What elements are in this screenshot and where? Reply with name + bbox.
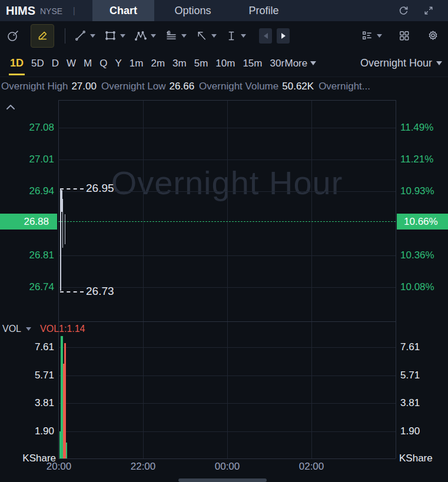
- rectangle-tool-icon[interactable]: [104, 29, 125, 42]
- tab-profile-label: Profile: [248, 5, 278, 17]
- chevron-down-icon: [211, 34, 217, 38]
- timeframe-w[interactable]: W: [67, 58, 76, 69]
- chevron-down-icon: [310, 61, 316, 65]
- chevron-down-icon: [151, 34, 156, 38]
- chevron-down-icon: [26, 327, 31, 331]
- timeframe-15m[interactable]: 15m: [243, 58, 262, 69]
- tab-profile[interactable]: Profile: [231, 0, 296, 21]
- horizontal-gridline: [58, 255, 396, 256]
- tab-options[interactable]: Options: [154, 0, 231, 21]
- volume-axis-label: 5.71: [0, 370, 54, 381]
- interval-label: Overnight Hour: [360, 57, 432, 69]
- volume-axis-label: 7.61: [400, 341, 420, 353]
- candle-wick: [65, 214, 66, 244]
- info-label: Overnight Volume: [199, 81, 278, 92]
- price-axis-label: 27.08: [0, 122, 54, 134]
- trading-app-window: Overnight Hour27.0811.49%27.0111.21%26.9…: [0, 0, 448, 482]
- toolbar-divider: [65, 28, 65, 44]
- timeframe-30m[interactable]: 30m: [270, 58, 284, 69]
- draw-pencil-icon[interactable]: [31, 24, 54, 48]
- text-tool-icon[interactable]: [225, 29, 246, 42]
- chevron-down-icon: [377, 34, 382, 38]
- timeframe-5m[interactable]: 5m: [194, 58, 208, 69]
- last-price-line: [58, 221, 396, 222]
- last-change-badge: 10.66%: [397, 214, 448, 230]
- redo-drawing-button[interactable]: [277, 28, 290, 44]
- timeframe-y[interactable]: Y: [115, 58, 121, 69]
- timeframe-5d[interactable]: 5D: [31, 58, 44, 69]
- info-value: 26.66: [170, 81, 195, 92]
- pane-border: [58, 321, 396, 322]
- volume-bar: [66, 443, 68, 458]
- volume-axis-label: 7.61: [0, 341, 54, 353]
- chevron-down-icon: [241, 34, 246, 38]
- vol-dropdown[interactable]: VOL: [2, 324, 31, 334]
- chart-scrollbar-thumb[interactable]: [178, 478, 267, 482]
- price-axis-label: 26.74: [0, 281, 54, 293]
- ticker-symbol: HIMS: [6, 4, 35, 18]
- timeframe-m[interactable]: M: [84, 58, 92, 69]
- chevron-down-icon: [120, 34, 125, 38]
- percent-axis-label: 10.08%: [400, 281, 434, 293]
- percent-axis-label: 11.21%: [400, 154, 433, 165]
- exchange-label: NYSE: [40, 6, 62, 16]
- timeframe-1m[interactable]: 1m: [130, 58, 144, 69]
- vertical-gridline: [311, 100, 312, 458]
- screener-gauge-icon[interactable]: [6, 29, 20, 43]
- refresh-icon[interactable]: [396, 4, 410, 18]
- volume-unit-label: KShare: [399, 453, 433, 464]
- tab-chart[interactable]: Chart: [92, 0, 154, 21]
- price-annotation-label: 26.73: [86, 285, 114, 298]
- timeframe-1d[interactable]: 1D: [10, 57, 24, 69]
- info-label: Overnight Low: [101, 81, 166, 92]
- vertical-gridline: [143, 100, 144, 458]
- fullscreen-icon[interactable]: [422, 4, 436, 18]
- horizontal-gridline: [58, 128, 396, 128]
- object-list-icon[interactable]: [360, 29, 382, 42]
- time-axis-label: 02:00: [299, 461, 324, 473]
- percent-axis-label: 11.49%: [400, 122, 433, 134]
- timeframe-3m[interactable]: 3m: [172, 58, 187, 69]
- time-axis-label: 00:00: [215, 461, 240, 473]
- timeframe-2m[interactable]: 2m: [151, 58, 165, 69]
- plot-border: [396, 100, 396, 458]
- tab-options-label: Options: [174, 5, 211, 17]
- price-annotation-label: 26.95: [86, 182, 114, 195]
- info-value: 27.00: [71, 81, 97, 92]
- info-value: 50.62K: [282, 81, 314, 92]
- vol-label: VOL: [2, 324, 21, 334]
- wave-tool-icon[interactable]: [134, 29, 156, 43]
- drawing-toolbar: [0, 21, 448, 51]
- volume-gridline: [58, 403, 396, 404]
- multi-chart-icon[interactable]: [397, 29, 411, 42]
- horizontal-gridline: [58, 159, 396, 160]
- price-axis-label: 26.94: [0, 185, 54, 197]
- info-label: Overnight...: [318, 81, 370, 92]
- vol1-indicator-value[interactable]: VOL1:1.14: [40, 324, 85, 334]
- percent-axis-label: 10.93%: [400, 185, 434, 197]
- timeframe-10m[interactable]: 10m: [215, 58, 235, 69]
- timeframe-more-button[interactable]: More: [284, 58, 316, 69]
- arrow-tool-icon[interactable]: [195, 29, 217, 42]
- trend-line-icon[interactable]: [74, 29, 95, 42]
- percent-axis-label: 10.36%: [400, 250, 434, 261]
- settings-gear-icon[interactable]: [426, 29, 440, 42]
- vertical-gridline: [227, 100, 228, 458]
- undo-drawing-button[interactable]: [259, 28, 272, 44]
- chevron-down-icon: [436, 61, 442, 65]
- volume-gridline: [58, 431, 396, 432]
- annotation-lines-icon[interactable]: [164, 29, 187, 43]
- plot-border: [58, 100, 59, 458]
- timeframe-q[interactable]: Q: [99, 58, 107, 69]
- timeframe-items: 1D5DDWMQY1m2m3m5m10m15m30m: [0, 57, 283, 69]
- price-annotation-line: [60, 188, 84, 190]
- overnight-stats-bar: Overnight High27.00Overnight Low26.66Ove…: [0, 77, 448, 97]
- timeframe-d[interactable]: D: [52, 58, 59, 69]
- price-axis-label: 27.01: [0, 154, 54, 165]
- chevron-down-icon: [181, 34, 187, 38]
- volume-gridline: [58, 375, 396, 376]
- candle-wick: [62, 199, 64, 248]
- time-axis-label: 20:00: [47, 461, 72, 473]
- collapse-axis-icon[interactable]: [6, 104, 15, 110]
- interval-selector[interactable]: Overnight Hour: [360, 57, 442, 69]
